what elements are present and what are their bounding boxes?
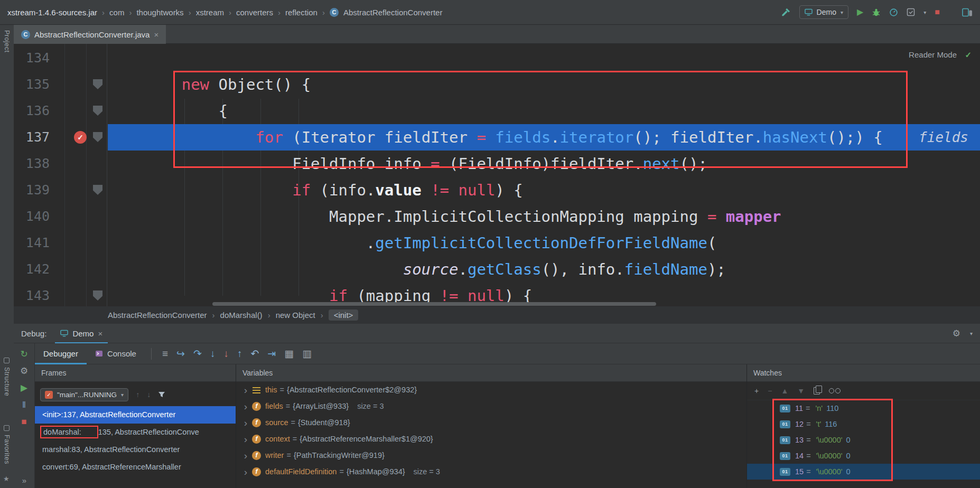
editor-tab[interactable]: C AbstractReflectionConverter.java × — [14, 25, 166, 44]
breakpoint-verified-icon[interactable]: ✓ — [74, 131, 87, 144]
debug-session-tab[interactable]: Demo × — [55, 324, 108, 343]
breadcrumb-item[interactable]: doMarshal() — [220, 311, 263, 320]
gear-icon[interactable]: ⚙ — [953, 328, 960, 339]
step-out-icon[interactable]: ↑ — [237, 348, 242, 360]
add-watch-icon[interactable]: + — [754, 387, 759, 395]
expand-chevron-icon[interactable]: › — [241, 464, 250, 480]
tool-windows-icon[interactable] — [962, 8, 973, 17]
gutter-mark-icon[interactable] — [93, 106, 102, 116]
force-step-into-icon[interactable]: ↓ — [223, 348, 229, 360]
line-number[interactable]: 143 — [14, 283, 50, 306]
tab-debugger[interactable]: Debugger — [35, 343, 87, 364]
stack-frame-row[interactable]: doMarshal:135, AbstractReflectionConve — [35, 424, 236, 441]
settings-wrench-icon[interactable]: ⚙ — [20, 367, 28, 376]
expand-chevron-icon[interactable]: › — [241, 382, 250, 398]
pause-icon[interactable]: ‖ — [22, 400, 26, 409]
move-watch-up-icon[interactable]: ▲ — [781, 387, 788, 395]
frame-down-icon[interactable]: ↓ — [147, 390, 151, 399]
coverage-icon[interactable] — [907, 8, 915, 16]
step-into-icon[interactable]: ↓ — [210, 348, 216, 360]
code-line[interactable]: 138 FieldInfo info = (FieldInfo)fieldIte… — [14, 151, 980, 177]
variable-row[interactable]: ›fcontext={AbstractReferenceMarshaller$1… — [236, 431, 746, 447]
variable-row[interactable]: ›fsource={Student@918} — [236, 415, 746, 431]
layout-menu-icon[interactable]: ≡ — [162, 348, 168, 360]
resume-icon[interactable]: ▶ — [21, 383, 27, 392]
line-number[interactable]: 135 — [14, 71, 50, 98]
breadcrumb-item[interactable]: new Object — [276, 311, 315, 320]
sidebar-item-project[interactable]: Project — [3, 30, 11, 52]
stop-icon[interactable]: ■ — [21, 417, 26, 426]
expand-chevron-icon[interactable]: › — [241, 398, 250, 415]
stack-frame-row[interactable]: convert:69, AbstractReferenceMarshaller — [35, 458, 236, 476]
watch-row[interactable]: 0115='\u0000'0 — [747, 464, 980, 480]
line-number[interactable]: 142 — [14, 256, 50, 283]
expand-chevron-icon[interactable]: › — [241, 431, 250, 447]
inspection-ok-icon[interactable]: ✓ — [965, 50, 972, 60]
drop-frame-icon[interactable]: ↶ — [250, 348, 259, 360]
expand-chevron-icon[interactable]: › — [241, 447, 250, 464]
breadcrumb-item[interactable]: converters — [236, 8, 273, 17]
variable-row[interactable]: ›fdefaultFieldDefinition={HashMap@934}si… — [236, 464, 746, 480]
code-line[interactable]: 139 if (info.value != null) { — [14, 177, 980, 203]
reader-mode-label[interactable]: Reader Mode — [909, 50, 957, 59]
code-line[interactable]: 137✓ for (Iterator fieldIter = fields.it… — [14, 124, 980, 151]
expand-chevron-icon[interactable]: › — [241, 415, 250, 431]
line-number[interactable]: 138 — [14, 151, 50, 177]
close-icon[interactable]: × — [98, 329, 102, 338]
code-line[interactable]: 136 { — [14, 98, 980, 124]
breadcrumb-item[interactable]: com — [109, 8, 124, 17]
remove-watch-icon[interactable]: − — [768, 387, 772, 395]
star-icon[interactable]: ★ — [3, 475, 10, 483]
build-hammer-icon[interactable] — [781, 7, 791, 17]
watch-row[interactable]: 0114='\u0000'0 — [747, 448, 980, 464]
tab-console[interactable]: Console — [87, 343, 145, 364]
line-number[interactable]: 137 — [14, 124, 50, 151]
code-line[interactable]: 140 Mapper.ImplicitCollectionMapping map… — [14, 203, 980, 230]
rerun-icon[interactable]: ↻ — [20, 350, 27, 359]
thread-selector[interactable]: ✓ "main"...RUNNING ▾ — [40, 388, 128, 401]
gutter-mark-icon[interactable] — [93, 185, 102, 195]
line-number[interactable]: 136 — [14, 98, 50, 124]
line-number[interactable]: 140 — [14, 203, 50, 230]
variable-row[interactable]: ›ffields={ArrayList@933}size = 3 — [236, 398, 746, 415]
horizontal-scrollbar[interactable] — [212, 302, 656, 306]
line-number[interactable]: 139 — [14, 177, 50, 203]
variable-row[interactable]: ›fwriter={PathTrackingWriter@919} — [236, 447, 746, 464]
run-button[interactable]: ▶ — [857, 8, 863, 16]
line-number[interactable]: 141 — [14, 230, 50, 256]
hide-panel-icon[interactable]: ▾ — [970, 331, 973, 336]
show-execution-point-icon[interactable]: ↪ — [176, 348, 185, 360]
breadcrumb-item[interactable]: xstream-1.4.6-sources.jar — [7, 8, 97, 17]
sidebar-item-favorites[interactable]: Favorites — [3, 435, 11, 464]
gutter-mark-icon[interactable] — [93, 290, 102, 301]
code-editor[interactable]: 134135 new Object() {136 {137✓ for (Iter… — [14, 44, 980, 306]
stack-frame-row[interactable]: <init>:137, AbstractReflectionConverter — [35, 406, 236, 424]
watch-row[interactable]: 0113='\u0000'0 — [747, 432, 980, 448]
stop-button[interactable]: ■ — [935, 8, 940, 16]
code-line[interactable]: 141 .getImplicitCollectionDefForFieldNam… — [14, 230, 980, 256]
line-number[interactable]: 134 — [14, 45, 50, 71]
breadcrumb-item[interactable]: reflection — [285, 8, 318, 17]
more-options-icon[interactable]: » — [14, 476, 35, 485]
breadcrumb-item[interactable]: AbstractReflectionConverter — [108, 311, 207, 320]
code-line[interactable]: 135 new Object() { — [14, 71, 980, 98]
step-over-icon[interactable]: ↷ — [193, 348, 202, 360]
breadcrumb-item[interactable]: xstream — [196, 8, 224, 17]
close-icon[interactable]: × — [154, 30, 158, 39]
filter-funnel-icon[interactable] — [158, 391, 165, 398]
breadcrumb-item[interactable]: thoughtworks — [136, 8, 183, 17]
chevron-down-icon[interactable]: ▾ — [923, 10, 926, 15]
layout-settings-icon[interactable]: ▥ — [302, 348, 312, 360]
code-line[interactable]: 134 — [14, 45, 980, 71]
evaluate-expression-icon[interactable]: ▦ — [284, 348, 294, 360]
watch-row[interactable]: 0111='n'110 — [747, 400, 980, 416]
copy-icon[interactable] — [814, 387, 820, 395]
code-line[interactable]: 142 source.getClass(), info.fieldName); — [14, 256, 980, 283]
sidebar-item-structure[interactable]: Structure — [3, 367, 11, 396]
run-config-selector[interactable]: Demo ▾ — [799, 5, 848, 19]
frame-up-icon[interactable]: ↑ — [136, 390, 139, 399]
gutter-mark-icon[interactable] — [93, 132, 102, 142]
debug-bug-icon[interactable] — [872, 8, 881, 17]
stack-frame-row[interactable]: marshal:83, AbstractReflectionConverter — [35, 441, 236, 458]
profiler-icon[interactable] — [889, 8, 898, 17]
